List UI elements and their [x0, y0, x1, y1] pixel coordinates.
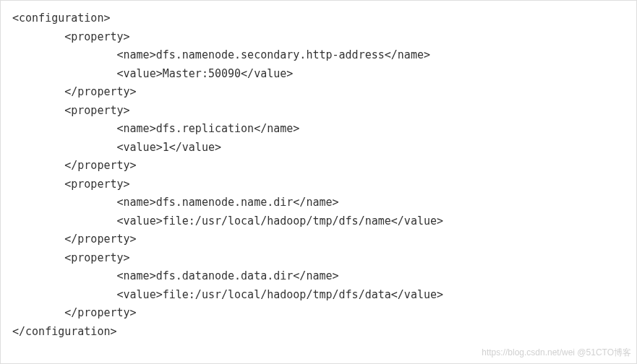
xml-config-code-block: <configuration> <property> <name>dfs.nam…	[0, 0, 637, 364]
code-content: <configuration> <property> <name>dfs.nam…	[12, 12, 443, 338]
